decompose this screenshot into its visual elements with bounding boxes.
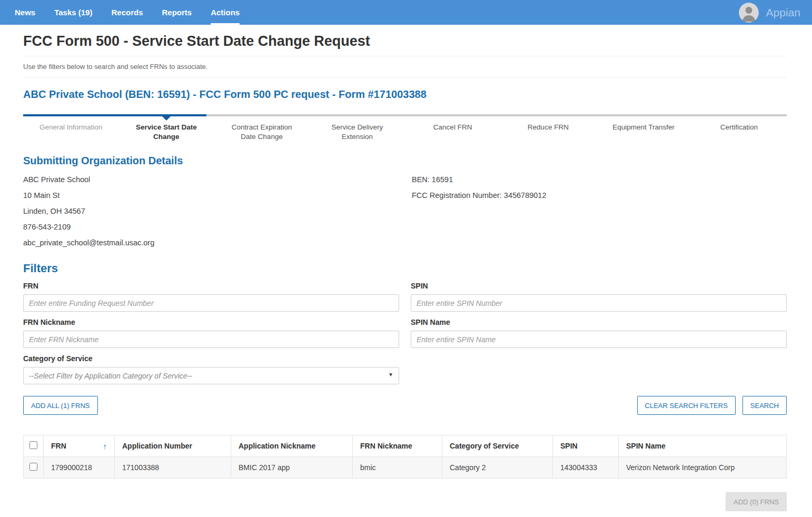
person-icon (739, 15, 759, 23)
nav-item-actions[interactable]: Actions (211, 0, 240, 25)
frn-nickname-input[interactable] (23, 331, 399, 348)
add-frns-row: ADD (0) FRNS (23, 492, 787, 511)
stepper-track (23, 114, 787, 116)
org-details-right-column: BEN: 16591 FCC Registration Number: 3456… (412, 175, 787, 254)
nav-item-records[interactable]: Records (111, 0, 143, 25)
table-header-row: FRN ↑ Application Number Application Nic… (24, 435, 787, 457)
org-details: ABC Private School 10 Main St Linden, OH… (23, 175, 787, 254)
org-ben: BEN: 16591 (412, 175, 787, 184)
sort-asc-icon[interactable]: ↑ (103, 442, 107, 451)
category-of-service-select[interactable]: --Select Filter by Application Category … (23, 367, 399, 384)
cell-frn-nickname: bmic (353, 457, 442, 479)
col-frn[interactable]: FRN ↑ (44, 435, 115, 457)
search-button[interactable]: SEARCH (742, 396, 787, 415)
frn-label: FRN (23, 282, 399, 290)
nav-item-news[interactable]: News (15, 0, 35, 25)
add-frns-button[interactable]: ADD (0) FRNS (726, 492, 787, 511)
main-content: FCC Form 500 - Service Start Date Change… (0, 25, 812, 517)
step-contract-expiration-date-change[interactable]: Contract Expiration Date Change (214, 123, 310, 141)
step-service-start-date-change[interactable]: Service Start Date Change (118, 123, 214, 141)
step-cancel-frn[interactable]: Cancel FRN (405, 123, 500, 141)
cell-application-number: 171003388 (115, 457, 231, 479)
nav-item-tasks[interactable]: Tasks (19) (54, 0, 92, 25)
table-row: 1799000218 171003388 BMIC 2017 app bmic … (24, 457, 787, 479)
org-phone: 876-543-2109 (23, 223, 412, 231)
step-reduce-frn[interactable]: Reduce FRN (500, 123, 596, 141)
org-street: 10 Main St (23, 191, 412, 200)
step-certification[interactable]: Certification (691, 123, 787, 141)
select-all-checkbox[interactable] (29, 441, 37, 449)
active-step-marker-icon (162, 116, 171, 121)
stepper-progress-bar (23, 114, 206, 116)
frn-nickname-label: FRN Nickname (23, 318, 399, 326)
frn-field: FRN (23, 282, 399, 312)
clear-search-filters-button[interactable]: CLEAR SEARCH FILTERS (637, 396, 736, 415)
category-of-service-label: Category of Service (23, 354, 399, 363)
category-of-service-field: Category of Service --Select Filter by A… (23, 354, 399, 384)
org-fcc-registration-number: FCC Registration Number: 3456789012 (412, 191, 787, 200)
org-email: abc_private_school@testmail.usac.org (23, 238, 412, 247)
add-all-frns-button[interactable]: ADD ALL (1) FRNS (23, 396, 98, 415)
org-name: ABC Private School (23, 175, 412, 184)
col-spin-name[interactable]: SPIN Name (619, 435, 787, 457)
step-equipment-transfer[interactable]: Equipment Transfer (596, 123, 691, 141)
filter-actions-row: ADD ALL (1) FRNS CLEAR SEARCH FILTERS SE… (23, 396, 787, 415)
col-application-nickname[interactable]: Application Nickname (231, 435, 353, 457)
step-general-information[interactable]: General Information (23, 123, 118, 141)
spin-label: SPIN (411, 282, 787, 290)
org-city-state-zip: Linden, OH 34567 (23, 207, 412, 215)
cell-spin: 143004333 (553, 457, 619, 479)
form-header: ABC Private School (BEN: 16591) - FCC Fo… (23, 88, 787, 101)
col-application-number[interactable]: Application Number (115, 435, 231, 457)
page-title: FCC Form 500 - Service Start Date Change… (23, 25, 787, 56)
filters-form: FRN SPIN FRN Nickname SPIN Name Category… (23, 275, 787, 384)
instruction-text: Use the filters below to search and sele… (23, 56, 787, 78)
cell-category-of-service: Category 2 (442, 457, 553, 479)
org-details-left-column: ABC Private School 10 Main St Linden, OH… (23, 175, 412, 254)
spin-field: SPIN (411, 282, 787, 312)
stepper-labels: General Information Service Start Date C… (23, 123, 787, 141)
spin-input[interactable] (411, 294, 787, 312)
col-category-of-service[interactable]: Category of Service (442, 435, 553, 457)
filters-heading: Filters (23, 262, 787, 275)
spin-name-input[interactable] (411, 331, 787, 348)
cell-spin-name: Verizon Network Integration Corp (619, 457, 787, 479)
col-frn-nickname[interactable]: FRN Nickname (353, 435, 442, 457)
org-details-heading: Submitting Organization Details (23, 155, 787, 167)
cell-frn: 1799000218 (44, 457, 115, 479)
top-nav: News Tasks (19) Records Reports Actions … (0, 0, 812, 25)
frn-input[interactable] (23, 294, 399, 312)
form-stepper: General Information Service Start Date C… (23, 114, 787, 141)
nav-item-reports[interactable]: Reports (162, 0, 192, 25)
results-table: FRN ↑ Application Number Application Nic… (23, 435, 787, 479)
spin-name-field: SPIN Name (411, 318, 787, 348)
user-avatar[interactable] (739, 3, 759, 23)
row-checkbox[interactable] (29, 463, 37, 471)
col-spin[interactable]: SPIN (553, 435, 619, 457)
spin-name-label: SPIN Name (411, 318, 787, 326)
step-service-delivery-extension[interactable]: Service Delivery Extension (310, 123, 405, 141)
appian-logo: Appian (766, 6, 800, 19)
nav-right-cluster: Appian (739, 0, 800, 25)
cell-application-nickname: BMIC 2017 app (231, 457, 353, 479)
frn-nickname-field: FRN Nickname (23, 318, 399, 348)
main-nav: News Tasks (19) Records Reports Actions (15, 0, 259, 25)
